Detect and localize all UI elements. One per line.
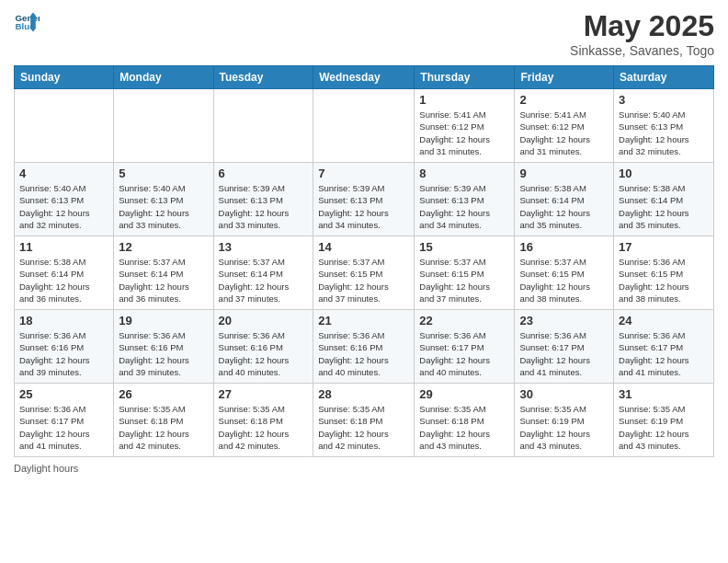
day-number: 20 bbox=[219, 314, 309, 327]
calendar-week-row: 18Sunrise: 5:36 AMSunset: 6:16 PMDayligh… bbox=[15, 310, 714, 384]
day-number: 25 bbox=[19, 387, 108, 401]
calendar-day-header: Sunday bbox=[15, 66, 114, 89]
day-number: 11 bbox=[19, 240, 108, 254]
day-number: 13 bbox=[219, 240, 309, 254]
calendar-day-cell: 25Sunrise: 5:36 AMSunset: 6:17 PMDayligh… bbox=[15, 384, 114, 457]
calendar-day-cell: 14Sunrise: 5:37 AMSunset: 6:15 PMDayligh… bbox=[313, 236, 415, 310]
day-number: 3 bbox=[619, 93, 709, 107]
calendar-day-header: Saturday bbox=[614, 66, 714, 89]
page-title: May 2025 bbox=[570, 9, 714, 43]
day-number: 27 bbox=[219, 387, 309, 401]
day-info: Sunrise: 5:40 AMSunset: 6:13 PMDaylight:… bbox=[619, 109, 709, 157]
calendar-day-cell: 10Sunrise: 5:38 AMSunset: 6:14 PMDayligh… bbox=[614, 163, 714, 236]
day-info: Sunrise: 5:38 AMSunset: 6:14 PMDaylight:… bbox=[19, 256, 108, 304]
day-number: 19 bbox=[119, 314, 208, 327]
day-info: Sunrise: 5:37 AMSunset: 6:15 PMDaylight:… bbox=[318, 256, 409, 304]
day-info: Sunrise: 5:36 AMSunset: 6:15 PMDaylight:… bbox=[619, 256, 709, 304]
day-number: 23 bbox=[519, 314, 609, 327]
day-number: 16 bbox=[519, 240, 609, 254]
day-number: 5 bbox=[119, 167, 208, 180]
day-number: 15 bbox=[419, 240, 509, 254]
day-info: Sunrise: 5:36 AMSunset: 6:17 PMDaylight:… bbox=[419, 329, 509, 378]
day-number: 31 bbox=[619, 387, 709, 401]
calendar-day-cell: 11Sunrise: 5:38 AMSunset: 6:14 PMDayligh… bbox=[15, 236, 114, 310]
calendar-day-cell: 30Sunrise: 5:35 AMSunset: 6:19 PMDayligh… bbox=[515, 384, 614, 457]
day-info: Sunrise: 5:37 AMSunset: 6:15 PMDaylight:… bbox=[419, 256, 509, 304]
page-header: General Blue May 2025 Sinkasse, Savanes,… bbox=[14, 9, 714, 58]
day-info: Sunrise: 5:37 AMSunset: 6:15 PMDaylight:… bbox=[519, 256, 609, 304]
calendar-day-header: Thursday bbox=[415, 66, 515, 89]
calendar-day-cell: 6Sunrise: 5:39 AMSunset: 6:13 PMDaylight… bbox=[213, 163, 313, 236]
day-info: Sunrise: 5:35 AMSunset: 6:19 PMDaylight:… bbox=[619, 403, 709, 452]
calendar-day-cell: 3Sunrise: 5:40 AMSunset: 6:13 PMDaylight… bbox=[614, 89, 714, 163]
calendar-week-row: 25Sunrise: 5:36 AMSunset: 6:17 PMDayligh… bbox=[15, 384, 714, 457]
calendar-day-cell: 29Sunrise: 5:35 AMSunset: 6:18 PMDayligh… bbox=[415, 384, 515, 457]
calendar-week-row: 1Sunrise: 5:41 AMSunset: 6:12 PMDaylight… bbox=[15, 89, 714, 163]
day-number: 30 bbox=[519, 387, 609, 401]
calendar-table: SundayMondayTuesdayWednesdayThursdayFrid… bbox=[14, 65, 714, 457]
calendar-day-cell: 4Sunrise: 5:40 AMSunset: 6:13 PMDaylight… bbox=[15, 163, 114, 236]
day-info: Sunrise: 5:39 AMSunset: 6:13 PMDaylight:… bbox=[419, 182, 509, 231]
calendar-week-row: 4Sunrise: 5:40 AMSunset: 6:13 PMDaylight… bbox=[15, 163, 714, 236]
calendar-day-cell: 26Sunrise: 5:35 AMSunset: 6:18 PMDayligh… bbox=[114, 384, 213, 457]
calendar-day-cell: 13Sunrise: 5:37 AMSunset: 6:14 PMDayligh… bbox=[213, 236, 313, 310]
calendar-day-cell: 8Sunrise: 5:39 AMSunset: 6:13 PMDaylight… bbox=[415, 163, 515, 236]
day-number: 29 bbox=[419, 387, 509, 401]
day-number: 12 bbox=[119, 240, 208, 254]
day-info: Sunrise: 5:36 AMSunset: 6:16 PMDaylight:… bbox=[219, 329, 309, 378]
day-number: 1 bbox=[419, 93, 509, 107]
day-number: 10 bbox=[619, 167, 709, 180]
day-number: 18 bbox=[19, 314, 108, 327]
day-number: 28 bbox=[318, 387, 409, 401]
day-info: Sunrise: 5:36 AMSunset: 6:17 PMDaylight:… bbox=[519, 329, 609, 378]
day-number: 21 bbox=[318, 314, 409, 327]
day-info: Sunrise: 5:35 AMSunset: 6:18 PMDaylight:… bbox=[219, 403, 309, 452]
day-info: Sunrise: 5:35 AMSunset: 6:18 PMDaylight:… bbox=[119, 403, 208, 452]
calendar-day-header: Tuesday bbox=[213, 66, 313, 89]
calendar-header-row: SundayMondayTuesdayWednesdayThursdayFrid… bbox=[15, 66, 714, 89]
calendar-day-cell: 31Sunrise: 5:35 AMSunset: 6:19 PMDayligh… bbox=[614, 384, 714, 457]
day-number: 26 bbox=[119, 387, 208, 401]
footer-label: Daylight hours bbox=[14, 463, 714, 474]
calendar-day-cell: 21Sunrise: 5:36 AMSunset: 6:16 PMDayligh… bbox=[313, 310, 415, 384]
day-number: 14 bbox=[318, 240, 409, 254]
day-info: Sunrise: 5:41 AMSunset: 6:12 PMDaylight:… bbox=[419, 109, 509, 157]
calendar-day-cell: 19Sunrise: 5:36 AMSunset: 6:16 PMDayligh… bbox=[114, 310, 213, 384]
day-info: Sunrise: 5:35 AMSunset: 6:18 PMDaylight:… bbox=[318, 403, 409, 452]
calendar-day-cell: 15Sunrise: 5:37 AMSunset: 6:15 PMDayligh… bbox=[415, 236, 515, 310]
calendar-day-cell: 16Sunrise: 5:37 AMSunset: 6:15 PMDayligh… bbox=[515, 236, 614, 310]
page-subtitle: Sinkasse, Savanes, Togo bbox=[570, 43, 714, 58]
calendar-day-cell: 7Sunrise: 5:39 AMSunset: 6:13 PMDaylight… bbox=[313, 163, 415, 236]
calendar-day-header: Wednesday bbox=[313, 66, 415, 89]
day-info: Sunrise: 5:37 AMSunset: 6:14 PMDaylight:… bbox=[119, 256, 208, 304]
title-block: May 2025 Sinkasse, Savanes, Togo bbox=[570, 9, 714, 58]
day-info: Sunrise: 5:40 AMSunset: 6:13 PMDaylight:… bbox=[19, 182, 108, 231]
calendar-day-cell: 23Sunrise: 5:36 AMSunset: 6:17 PMDayligh… bbox=[515, 310, 614, 384]
calendar-day-cell: 9Sunrise: 5:38 AMSunset: 6:14 PMDaylight… bbox=[515, 163, 614, 236]
day-info: Sunrise: 5:41 AMSunset: 6:12 PMDaylight:… bbox=[519, 109, 609, 157]
calendar-day-cell: 5Sunrise: 5:40 AMSunset: 6:13 PMDaylight… bbox=[114, 163, 213, 236]
calendar-day-cell: 28Sunrise: 5:35 AMSunset: 6:18 PMDayligh… bbox=[313, 384, 415, 457]
day-info: Sunrise: 5:37 AMSunset: 6:14 PMDaylight:… bbox=[219, 256, 309, 304]
calendar-day-cell: 27Sunrise: 5:35 AMSunset: 6:18 PMDayligh… bbox=[213, 384, 313, 457]
day-number: 4 bbox=[19, 167, 108, 180]
day-number: 2 bbox=[519, 93, 609, 107]
day-info: Sunrise: 5:36 AMSunset: 6:17 PMDaylight:… bbox=[19, 403, 108, 452]
day-number: 8 bbox=[419, 167, 509, 180]
calendar-day-cell: 2Sunrise: 5:41 AMSunset: 6:12 PMDaylight… bbox=[515, 89, 614, 163]
logo-icon: General Blue bbox=[14, 9, 40, 35]
logo: General Blue bbox=[14, 9, 40, 35]
day-info: Sunrise: 5:40 AMSunset: 6:13 PMDaylight:… bbox=[119, 182, 208, 231]
day-number: 9 bbox=[519, 167, 609, 180]
day-info: Sunrise: 5:38 AMSunset: 6:14 PMDaylight:… bbox=[519, 182, 609, 231]
day-number: 22 bbox=[419, 314, 509, 327]
calendar-day-cell bbox=[313, 89, 415, 163]
day-number: 17 bbox=[619, 240, 709, 254]
calendar-day-cell bbox=[114, 89, 213, 163]
calendar-day-cell: 12Sunrise: 5:37 AMSunset: 6:14 PMDayligh… bbox=[114, 236, 213, 310]
day-info: Sunrise: 5:39 AMSunset: 6:13 PMDaylight:… bbox=[318, 182, 409, 231]
day-number: 6 bbox=[219, 167, 309, 180]
calendar-day-cell: 24Sunrise: 5:36 AMSunset: 6:17 PMDayligh… bbox=[614, 310, 714, 384]
day-number: 24 bbox=[619, 314, 709, 327]
calendar-day-cell bbox=[213, 89, 313, 163]
